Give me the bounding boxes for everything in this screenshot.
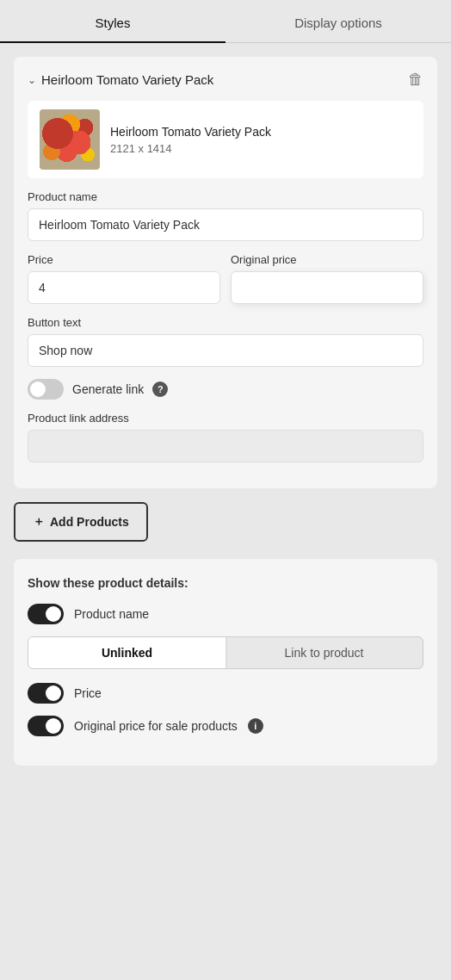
show-details-title: Show these product details: <box>28 576 423 590</box>
original-price-info-icon[interactable]: i <box>248 718 263 734</box>
product-name-label: Product name <box>28 190 423 203</box>
product-name-input[interactable] <box>28 208 423 241</box>
price-label: Price <box>28 253 220 266</box>
link-to-product-label: Link to product <box>285 646 364 660</box>
product-thumbnail <box>40 109 100 170</box>
product-image-info: Heirloom Tomato Variety Pack 2121 x 1414 <box>110 125 271 155</box>
price-detail-label: Price <box>74 686 102 700</box>
product-name-toggle[interactable] <box>28 604 64 624</box>
product-section: ⌄ Heirloom Tomato Variety Pack 🗑 Heirloo… <box>14 57 437 488</box>
product-image-card: Heirloom Tomato Variety Pack 2121 x 1414 <box>28 101 423 178</box>
original-price-detail-row: Original price for sale products i <box>28 716 423 736</box>
tab-styles-label: Styles <box>96 16 131 30</box>
product-link-field-group: Product link address <box>28 412 423 462</box>
button-text-field-group: Button text <box>28 316 423 367</box>
button-text-input[interactable] <box>28 334 423 367</box>
add-products-button[interactable]: ＋ Add Products <box>14 502 148 542</box>
original-price-toggle[interactable] <box>28 716 64 736</box>
main-content: ⌄ Heirloom Tomato Variety Pack 🗑 Heirloo… <box>0 43 451 779</box>
show-details-section: Show these product details: Product name… <box>14 559 437 766</box>
tab-bar: Styles Display options <box>0 0 451 43</box>
generate-link-label: Generate link <box>72 382 144 396</box>
chevron-down-icon[interactable]: ⌄ <box>28 74 36 86</box>
generate-link-toggle[interactable] <box>28 379 64 400</box>
original-price-detail-label: Original price for sale products <box>74 719 238 733</box>
product-image-dimensions: 2121 x 1414 <box>110 142 271 155</box>
original-price-input[interactable] <box>231 271 423 304</box>
unlinked-label: Unlinked <box>102 646 152 660</box>
product-name-field-group: Product name <box>28 190 423 241</box>
tab-styles[interactable]: Styles <box>0 0 226 42</box>
product-title: Heirloom Tomato Variety Pack <box>41 72 213 87</box>
add-products-label: Add Products <box>50 515 129 529</box>
product-link-input[interactable] <box>28 430 423 462</box>
price-row: Price Original price <box>28 253 423 304</box>
product-header: ⌄ Heirloom Tomato Variety Pack 🗑 <box>28 71 423 89</box>
product-image-name: Heirloom Tomato Variety Pack <box>110 125 271 139</box>
link-to-product-segment-button[interactable]: Link to product <box>226 637 423 668</box>
product-header-left: ⌄ Heirloom Tomato Variety Pack <box>28 72 213 87</box>
generate-link-row: Generate link ? <box>28 379 423 400</box>
tab-display-options[interactable]: Display options <box>226 0 451 42</box>
original-price-toggle-thumb <box>46 718 61 734</box>
price-input[interactable] <box>28 271 220 304</box>
add-products-icon: ＋ <box>33 514 45 530</box>
link-segment-control: Unlinked Link to product <box>28 636 423 669</box>
price-detail-row: Price <box>28 683 423 704</box>
button-text-label: Button text <box>28 316 423 329</box>
price-col: Price <box>28 253 220 304</box>
unlinked-segment-button[interactable]: Unlinked <box>28 637 226 668</box>
product-name-detail-row: Product name <box>28 604 423 624</box>
product-link-label: Product link address <box>28 412 423 425</box>
tab-display-options-label: Display options <box>294 16 382 30</box>
product-name-detail-label: Product name <box>74 607 149 621</box>
price-toggle[interactable] <box>28 683 64 704</box>
product-name-toggle-thumb <box>46 606 61 622</box>
generate-link-help-icon[interactable]: ? <box>152 381 168 397</box>
price-toggle-thumb <box>46 685 61 701</box>
original-price-col: Original price <box>231 253 423 304</box>
toggle-thumb <box>30 381 46 397</box>
tomato-visual <box>40 109 100 170</box>
original-price-label: Original price <box>231 253 423 266</box>
delete-product-icon[interactable]: 🗑 <box>408 71 423 89</box>
